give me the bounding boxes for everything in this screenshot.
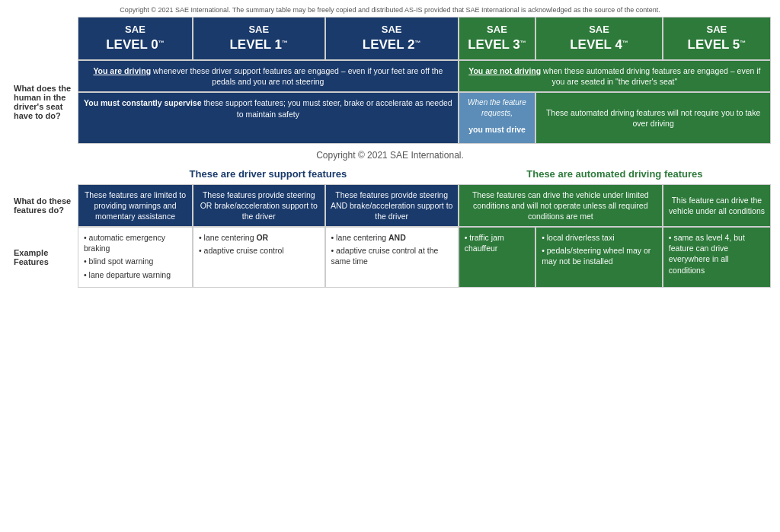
mid-copyright: Copyright © 2021 SAE International. [9, 144, 771, 164]
row3-level1: These features provide steering OR brake… [193, 184, 325, 228]
mid-copyright-row: Copyright © 2021 SAE International. [9, 144, 771, 164]
driver-support-header: These are driver support features [78, 164, 459, 184]
row3-level2: These features provide steering AND brak… [325, 184, 459, 228]
row4-label: Example Features [9, 227, 78, 288]
level1-header: SAE LEVEL 1™ [193, 17, 325, 60]
you-must-drive: you must drive [463, 121, 531, 138]
top-copyright: Copyright © 2021 SAE International. The … [9, 6, 771, 14]
row1-green: You are not driving when these automated… [459, 60, 771, 92]
row3-level34: These features can drive the vehicle und… [459, 184, 663, 228]
level3-header: SAE LEVEL 3™ [459, 17, 535, 60]
row4-level2: • lane centering AND • adaptive cruise c… [325, 227, 459, 288]
empty-section [9, 164, 78, 184]
automated-header: These are automated driving features [459, 164, 771, 184]
row3-level5: This feature can drive the vehicle under… [663, 184, 771, 228]
row4-level5: • same as level 4, but feature can drive… [663, 227, 771, 288]
row4-level4: • local driverless taxi • pedals/steerin… [535, 227, 663, 288]
row4-level3: • traffic jam chauffeur [459, 227, 535, 288]
level4-header: SAE LEVEL 4™ [535, 17, 663, 60]
row4-level1: • lane centering OR • adaptive cruise co… [193, 227, 325, 288]
row4-level0: • automatic emergency braking • blind sp… [78, 227, 193, 288]
row2-green: These automated driving features will no… [535, 92, 771, 143]
level0-header: SAE LEVEL 0™ [78, 17, 193, 60]
row3-label: What do these features do? [9, 184, 78, 228]
row1-blue: You are driving whenever these driver su… [78, 60, 459, 92]
empty-header [9, 17, 78, 60]
row2-blue: You must constantly supervise these supp… [78, 92, 459, 143]
level2-header: SAE LEVEL 2™ [325, 17, 459, 60]
level5-header: SAE LEVEL 5™ [663, 17, 771, 60]
row1-label: What does the human in the driver's seat… [9, 60, 78, 144]
row3-level0: These features are limited to providing … [78, 184, 193, 228]
row2-level3: When the feature requests, you must driv… [459, 92, 535, 143]
